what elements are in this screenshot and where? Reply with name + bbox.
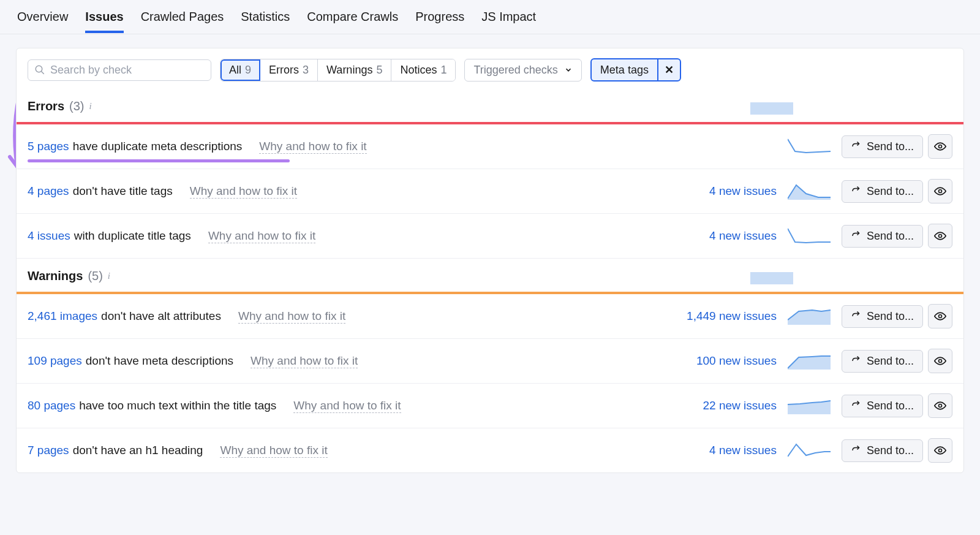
fix-link[interactable]: Why and how to fix it: [293, 399, 401, 413]
send-to-button[interactable]: Send to...: [842, 180, 923, 203]
issue-row: 7 pages don't have an h1 heading Why and…: [17, 428, 963, 472]
chevron-down-icon: [564, 66, 573, 74]
view-button[interactable]: [928, 224, 952, 248]
tab-compare-crawls[interactable]: Compare Crawls: [307, 1, 398, 32]
filter-all-label: All: [229, 64, 241, 77]
errors-count: (3): [69, 99, 84, 113]
send-icon: [851, 186, 862, 197]
new-issues-link[interactable]: 1,449 new issues: [687, 309, 777, 323]
send-to-button[interactable]: Send to...: [842, 225, 923, 248]
new-issues-link[interactable]: 4 new issues: [709, 444, 777, 457]
issue-row: 4 pages don't have title tags Why and ho…: [17, 169, 963, 214]
svg-line-1: [41, 71, 44, 74]
warnings-sparkline: [750, 267, 793, 284]
send-to-button[interactable]: Send to...: [842, 135, 923, 158]
new-issues-link[interactable]: 22 new issues: [703, 399, 777, 412]
sparkline: [788, 227, 831, 245]
send-to-button[interactable]: Send to...: [842, 395, 923, 417]
issue-link[interactable]: 4 pages: [28, 184, 69, 198]
search-icon: [34, 64, 45, 75]
filter-notices-label: Notices: [400, 64, 437, 77]
svg-point-13: [939, 404, 942, 408]
issue-description: don't have an h1 heading: [73, 444, 203, 457]
svg-marker-10: [788, 356, 831, 370]
svg-rect-2: [750, 102, 793, 115]
issue-text: 80 pages have too much text within the t…: [28, 399, 401, 413]
fix-link[interactable]: Why and how to fix it: [190, 184, 297, 199]
info-icon[interactable]: i: [89, 101, 91, 112]
send-to-button[interactable]: Send to...: [842, 439, 923, 462]
tab-crawled-pages[interactable]: Crawled Pages: [141, 1, 224, 32]
issue-row: 2,461 images don't have alt attributes W…: [17, 294, 963, 339]
view-button[interactable]: [928, 438, 952, 463]
issue-link[interactable]: 109 pages: [28, 354, 82, 368]
tab-issues[interactable]: Issues: [85, 1, 123, 32]
filter-notices[interactable]: Notices 1: [391, 59, 455, 81]
view-button[interactable]: [928, 349, 952, 373]
eye-icon: [934, 140, 946, 153]
sparkline: [788, 442, 831, 459]
filter-errors[interactable]: Errors 3: [260, 59, 318, 81]
eye-icon: [934, 310, 946, 322]
filter-errors-label: Errors: [269, 64, 299, 77]
eye-icon: [934, 355, 946, 367]
svg-point-6: [939, 235, 942, 238]
fix-link[interactable]: Why and how to fix it: [238, 309, 345, 324]
svg-point-14: [939, 449, 942, 452]
search-input[interactable]: [50, 64, 205, 77]
filter-notices-count: 1: [440, 64, 447, 77]
fix-link[interactable]: Why and how to fix it: [251, 354, 358, 368]
send-to-button[interactable]: Send to...: [842, 305, 923, 328]
send-to-label: Send to...: [867, 140, 914, 153]
issue-row: 109 pages don't have meta descriptions W…: [17, 339, 963, 384]
info-icon[interactable]: i: [108, 271, 110, 281]
tab-progress[interactable]: Progress: [415, 1, 464, 32]
triggered-checks-dropdown[interactable]: Triggered checks: [464, 59, 581, 82]
filter-chip-remove[interactable]: ✕: [657, 59, 680, 80]
issue-link[interactable]: 7 pages: [28, 444, 69, 457]
send-to-button[interactable]: Send to...: [842, 350, 923, 373]
fix-link[interactable]: Why and how to fix it: [259, 140, 366, 154]
issue-row: 80 pages have too much text within the t…: [17, 384, 963, 428]
warnings-count: (5): [88, 269, 102, 283]
new-issues-link[interactable]: 100 new issues: [696, 354, 777, 368]
view-button[interactable]: [928, 134, 952, 159]
issue-text: 2,461 images don't have alt attributes W…: [28, 309, 345, 324]
send-icon: [851, 400, 862, 411]
svg-rect-7: [750, 272, 793, 284]
filter-warnings-count: 5: [376, 64, 382, 77]
row-actions: Send to...: [842, 224, 952, 248]
send-to-label: Send to...: [867, 444, 914, 457]
issue-link[interactable]: 2,461 images: [28, 309, 97, 323]
tab-js-impact[interactable]: JS Impact: [481, 1, 536, 32]
svg-point-5: [939, 190, 942, 193]
issue-link[interactable]: 80 pages: [28, 399, 75, 412]
new-issues-link[interactable]: 4 new issues: [709, 184, 777, 198]
svg-point-11: [939, 360, 942, 363]
issues-panel: All 9 Errors 3 Warnings 5 Notices 1 Trig…: [16, 48, 964, 473]
filter-warnings[interactable]: Warnings 5: [318, 59, 391, 81]
view-button[interactable]: [928, 304, 952, 328]
new-issues-link[interactable]: 4 new issues: [709, 229, 777, 243]
sparkline: [788, 352, 831, 370]
filter-chip-meta-tags: Meta tags ✕: [590, 58, 681, 82]
search-box[interactable]: [28, 59, 211, 81]
view-button[interactable]: [928, 179, 952, 203]
annotation-underline: [28, 159, 290, 162]
issue-link[interactable]: 4 issues: [28, 229, 70, 243]
view-button[interactable]: [928, 393, 952, 418]
tab-statistics[interactable]: Statistics: [241, 1, 290, 32]
row-actions: Send to...: [842, 134, 952, 159]
fix-link[interactable]: Why and how to fix it: [220, 444, 327, 458]
filter-errors-count: 3: [303, 64, 309, 77]
issue-link[interactable]: 5 pages: [28, 140, 69, 153]
errors-section-header: Errors (3) i: [17, 89, 963, 122]
send-to-label: Send to...: [867, 400, 914, 412]
send-icon: [851, 230, 862, 241]
fix-link[interactable]: Why and how to fix it: [208, 229, 315, 243]
svg-point-9: [939, 315, 942, 318]
tab-overview[interactable]: Overview: [17, 1, 68, 32]
issue-row: 4 issues with duplicate title tags Why a…: [17, 214, 963, 259]
send-to-label: Send to...: [867, 355, 914, 368]
filter-all[interactable]: All 9: [221, 59, 260, 81]
